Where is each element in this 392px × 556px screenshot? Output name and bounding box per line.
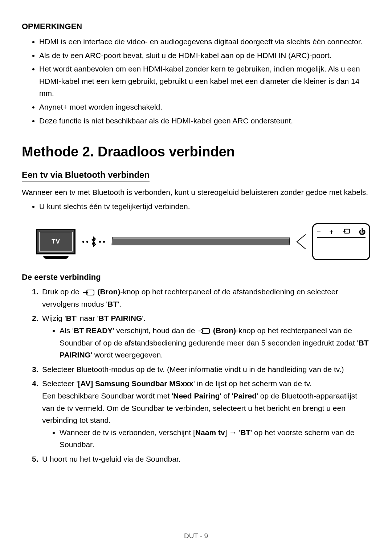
step-5: U hoort nu het tv-geluid via de Soundbar… — [32, 453, 370, 465]
note-item: HDMI is een interface die video- en audi… — [39, 36, 370, 48]
step-text: ' verschijnt, houd dan de — [113, 326, 197, 335]
intro-bullet: U kunt slechts één tv tegelijkertijd ver… — [39, 201, 370, 213]
step-text: ' naar ' — [76, 314, 99, 322]
step-text: (Bron) — [211, 326, 236, 335]
soundbar-icon — [112, 238, 290, 245]
step-3: Selecteer Bluetooth-modus op de tv. (Mee… — [32, 363, 370, 376]
section-heading: Methode 2. Draadloos verbinden — [22, 144, 370, 160]
remote-icon: − + ⏻ — [312, 223, 370, 260]
step-text: Paired — [233, 392, 257, 400]
note-item: Anynet+ moet worden ingeschakeld. — [39, 101, 370, 113]
remote-minus-icon: − — [317, 228, 321, 236]
intro-bullet-list: U kunt slechts één tv tegelijkertijd ver… — [22, 201, 370, 213]
intro-text: Wanneer een tv met Bluetooth is verbonde… — [22, 187, 370, 199]
connection-diagram: TV •• •• − + ⏻ — [22, 223, 370, 260]
first-connection-heading: De eerste verbinding — [22, 273, 370, 282]
connection-arrow-icon — [296, 231, 306, 253]
page-footer: DUT - 9 — [0, 532, 392, 540]
note-item: Het wordt aanbevolen om een HDMI-kabel z… — [39, 63, 370, 99]
step-text: BT READY — [74, 326, 113, 335]
step-text: BT PAIRING — [99, 314, 142, 322]
step-4: Selecteer '[AV] Samsung Soundbar MSxxx' … — [32, 377, 370, 451]
step-text: Wijzig ' — [42, 314, 66, 322]
step-4-sublist: Wanneer de tv is verbonden, verschijnt [… — [42, 426, 370, 451]
step-4-subitem: Wanneer de tv is verbonden, verschijnt [… — [60, 426, 370, 451]
bluetooth-signal-icon: •• •• — [82, 236, 105, 247]
step-text: (Bron) — [95, 287, 121, 296]
subsection-heading: Een tv via Bluetooth verbinden — [22, 170, 150, 181]
remote-source-icon — [342, 228, 350, 236]
source-icon — [198, 327, 210, 335]
notes-list: HDMI is een interface die video- en audi… — [22, 36, 370, 127]
step-text: Naam tv — [195, 428, 225, 437]
step-text: ' wordt weergegeven. — [91, 351, 163, 359]
step-text: ' of ' — [220, 392, 233, 400]
step-2-subitem: Als 'BT READY' verschijnt, houd dan de (… — [60, 324, 370, 361]
step-text: BT — [66, 314, 76, 322]
step-text: Need Pairing — [173, 392, 220, 400]
step-1: Druk op de (Bron)-knop op het rechterpan… — [32, 286, 370, 310]
tv-icon: TV — [36, 229, 75, 254]
step-text: '. — [118, 300, 121, 308]
step-text: Wanneer de tv is verbonden, verschijnt [ — [60, 428, 195, 437]
step-2-sublist: Als 'BT READY' verschijnt, houd dan de (… — [42, 324, 370, 361]
remote-power-icon: ⏻ — [359, 228, 366, 236]
step-text: BT — [107, 300, 118, 308]
note-item: Als de tv een ARC-poort bevat, sluit u d… — [39, 49, 370, 62]
step-text: [AV] Samsung Soundbar MSxxx — [78, 379, 193, 388]
step-text: ' in de lijst op het scherm van de tv. — [193, 379, 312, 388]
step-2: Wijzig 'BT' naar 'BT PAIRING'. Als 'BT R… — [32, 312, 370, 361]
steps-list: Druk op de (Bron)-knop op het rechterpan… — [22, 286, 370, 465]
step-text: ] → ' — [225, 428, 241, 437]
step-text: '. — [142, 314, 146, 322]
step-text: Als ' — [60, 326, 74, 335]
remote-plus-icon: + — [330, 228, 334, 236]
step-text: Selecteer ' — [42, 379, 78, 388]
step-text: BT — [240, 428, 250, 437]
note-item: Deze functie is niet beschikbaar als de … — [39, 115, 370, 127]
source-icon — [82, 289, 95, 296]
step-text: Een beschikbare Soundbar wordt met ' — [42, 392, 173, 400]
notes-heading: OPMERKINGEN — [22, 22, 370, 31]
step-text: Druk op de — [42, 287, 82, 296]
